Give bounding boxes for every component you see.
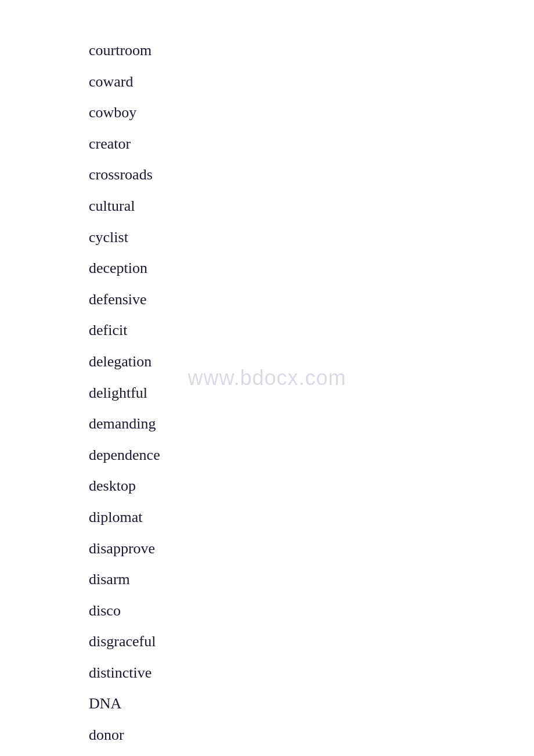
list-item: disco [89, 595, 534, 627]
list-item: dependence [89, 440, 534, 471]
list-item: diplomat [89, 502, 534, 533]
list-item: demanding [89, 408, 534, 440]
list-item: driving-licence [89, 751, 534, 756]
list-item: courtroom [89, 35, 534, 66]
list-item: crossroads [89, 159, 534, 190]
list-item: DNA [89, 688, 534, 719]
list-item: disgraceful [89, 626, 534, 657]
list-item: cowboy [89, 97, 534, 128]
list-item: coward [89, 66, 534, 98]
list-item: disarm [89, 564, 534, 595]
list-item: cultural [89, 190, 534, 222]
list-item: distinctive [89, 657, 534, 689]
list-item: cyclist [89, 222, 534, 253]
list-item: creator [89, 128, 534, 160]
list-item: deception [89, 253, 534, 284]
list-item: defensive [89, 284, 534, 315]
list-item: donor [89, 719, 534, 751]
list-item: delegation [89, 346, 534, 377]
list-item: disapprove [89, 533, 534, 564]
word-list: courtroomcowardcowboycreatorcrossroadscu… [0, 0, 534, 756]
list-item: deficit [89, 315, 534, 346]
list-item: delightful [89, 377, 534, 409]
list-item: desktop [89, 470, 534, 502]
